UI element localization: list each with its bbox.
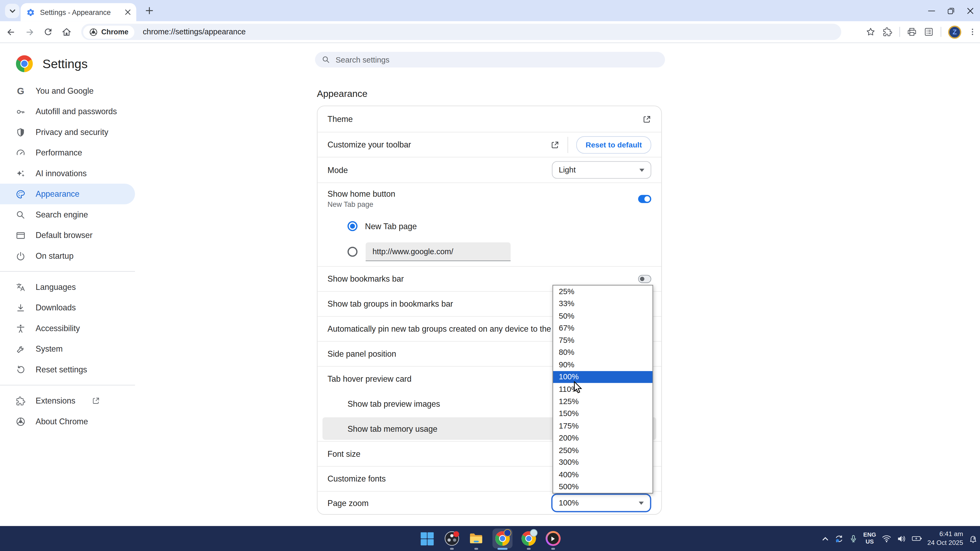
zoom-option-80[interactable]: 80% [553, 346, 652, 359]
row-label: Show home button [328, 189, 638, 198]
custom-url-field[interactable]: http://www.google.com/ [366, 243, 511, 261]
sidebar-item-accessibility[interactable]: Accessibility [0, 318, 135, 338]
back-icon[interactable] [6, 27, 16, 37]
sidebar-divider [0, 385, 135, 386]
zoom-option-500[interactable]: 500% [553, 481, 652, 493]
volume-icon[interactable] [897, 535, 906, 543]
close-window-button[interactable] [961, 0, 980, 21]
zoom-option-75[interactable]: 75% [553, 334, 652, 346]
close-icon [967, 7, 974, 14]
zoom-option-25[interactable]: 25% [553, 286, 652, 298]
sidebar-item-on-startup[interactable]: On startup [0, 245, 135, 266]
forward-icon[interactable] [24, 27, 35, 37]
zoom-option-200[interactable]: 200% [553, 432, 652, 444]
sidebar-item-downloads[interactable]: Downloads [0, 297, 135, 318]
page-zoom-select[interactable]: 100% [551, 494, 651, 512]
radio-label: New Tab page [365, 221, 417, 231]
profile-avatar[interactable]: Z [948, 25, 961, 38]
battery-icon[interactable] [912, 535, 922, 542]
chrome-taskbar-secondary[interactable] [520, 530, 536, 547]
restore-window-icon [948, 7, 955, 14]
zoom-option-67[interactable]: 67% [553, 322, 652, 334]
microphone-icon[interactable] [850, 534, 858, 543]
site-chip[interactable]: Chrome [83, 25, 135, 38]
language-indicator[interactable]: ENG US [863, 532, 876, 545]
notification-bell-icon[interactable] [969, 534, 978, 543]
tab-title: Settings - Appearance [40, 8, 125, 16]
maximize-button[interactable] [941, 0, 961, 21]
download-icon [16, 303, 26, 313]
external-link-icon [643, 115, 651, 124]
zoom-option-100-selected[interactable]: 100% [553, 371, 652, 383]
profile-badge [530, 529, 537, 537]
zoom-option-90[interactable]: 90% [553, 359, 652, 371]
show-home-button-toggle[interactable] [638, 195, 651, 203]
new-tab-page-radio[interactable] [347, 221, 358, 231]
print-icon[interactable] [907, 27, 917, 37]
custom-url-radio[interactable] [347, 247, 358, 257]
zoom-option-250[interactable]: 250% [553, 444, 652, 456]
media-player-icon[interactable] [545, 530, 561, 547]
url-text[interactable]: chrome://settings/appearance [143, 27, 246, 36]
sidebar-item-reset-settings[interactable]: Reset settings [0, 359, 135, 380]
sidebar-item-you-and-google[interactable]: G You and Google [0, 81, 135, 101]
address-bar[interactable]: Chrome chrome://settings/appearance [81, 24, 841, 40]
minimize-icon [928, 7, 935, 14]
zoom-option-175[interactable]: 175% [553, 420, 652, 432]
row-label: Customize your toolbar [328, 140, 551, 149]
browser-tab[interactable]: Settings - Appearance [21, 3, 136, 21]
row-customize-toolbar[interactable]: Customize your toolbar Reset to default [317, 132, 661, 157]
zoom-option-150[interactable]: 150% [553, 408, 652, 420]
search-placeholder: Search settings [336, 56, 389, 64]
home-icon[interactable] [61, 27, 72, 37]
zoom-option-400[interactable]: 400% [553, 468, 652, 481]
profile-badge [503, 529, 511, 537]
reset-to-default-button[interactable]: Reset to default [576, 136, 651, 153]
zoom-option-33[interactable]: 33% [553, 298, 652, 310]
puzzle-icon [16, 396, 26, 406]
reading-list-icon[interactable] [924, 27, 934, 37]
wifi-icon[interactable] [882, 535, 891, 543]
key-icon [16, 106, 26, 117]
sidebar-item-performance[interactable]: Performance [0, 142, 135, 163]
tab-search-button[interactable] [5, 4, 19, 18]
sidebar-item-extensions[interactable]: Extensions [0, 391, 135, 411]
file-explorer-icon[interactable] [468, 530, 484, 547]
clock[interactable]: 6:41 am 24 Oct 2025 [927, 530, 963, 547]
tray-chevron-up-icon[interactable] [822, 535, 829, 542]
tab-close-icon[interactable] [125, 9, 130, 15]
kebab-menu-icon[interactable] [968, 27, 977, 36]
page-zoom-value: 100% [559, 499, 579, 507]
zoom-option-110[interactable]: 110% [553, 383, 652, 395]
sidebar-item-default-browser[interactable]: Default browser [0, 225, 135, 245]
start-button[interactable] [419, 530, 435, 547]
reload-icon[interactable] [43, 27, 53, 37]
sidebar-item-ai-innovations[interactable]: AI innovations [0, 163, 135, 184]
zoom-option-50[interactable]: 50% [553, 310, 652, 322]
browser-window-icon [16, 230, 26, 240]
chrome-taskbar-active[interactable] [492, 529, 512, 549]
toolbar-divider [940, 27, 941, 37]
settings-header: Settings [0, 51, 135, 76]
sidebar-item-about-chrome[interactable]: About Chrome [0, 411, 135, 432]
new-tab-button[interactable] [143, 4, 156, 17]
sidebar-item-privacy[interactable]: Privacy and security [0, 122, 135, 142]
sync-update-icon[interactable] [835, 534, 844, 543]
sidebar-item-appearance[interactable]: Appearance [0, 184, 135, 204]
zoom-option-300[interactable]: 300% [553, 456, 652, 468]
bookmark-star-icon[interactable] [866, 27, 876, 37]
zoom-option-125[interactable]: 125% [553, 395, 652, 408]
search-settings-input[interactable]: Search settings [315, 52, 665, 68]
sidebar-item-system[interactable]: System [0, 338, 135, 359]
row-theme[interactable]: Theme [317, 106, 661, 132]
sidebar-item-search-engine[interactable]: Search engine [0, 204, 135, 225]
mode-select[interactable]: Light [552, 161, 651, 179]
sidebar-item-autofill[interactable]: Autofill and passwords [0, 101, 135, 122]
show-bookmarks-bar-toggle[interactable] [638, 275, 651, 283]
obs-app-icon[interactable] [444, 530, 460, 547]
palette-icon [16, 189, 26, 199]
extensions-puzzle-icon[interactable] [883, 27, 892, 37]
minimize-button[interactable] [922, 0, 941, 21]
sidebar-item-languages[interactable]: Languages [0, 277, 135, 297]
chevron-down-icon [9, 8, 15, 14]
